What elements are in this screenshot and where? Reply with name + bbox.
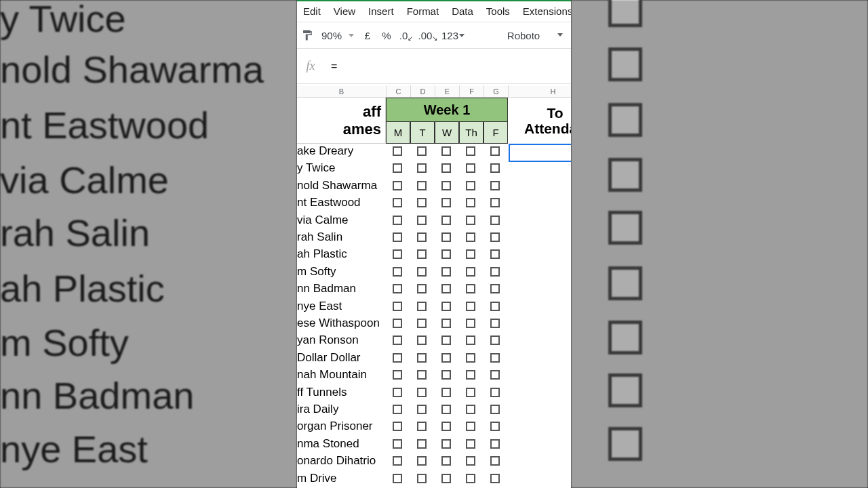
name-cell[interactable]: Dollar Dollar bbox=[297, 351, 385, 365]
checkbox[interactable] bbox=[466, 232, 475, 242]
checkbox[interactable] bbox=[441, 302, 451, 311]
checkbox[interactable] bbox=[441, 249, 451, 259]
zoom-dropdown[interactable]: 90% bbox=[317, 22, 358, 49]
checkbox[interactable] bbox=[417, 439, 427, 449]
checkbox[interactable] bbox=[441, 216, 451, 225]
font-dropdown[interactable]: Roboto bbox=[467, 22, 571, 49]
name-cell[interactable]: ese Withaspoon bbox=[297, 317, 385, 330]
checkbox[interactable] bbox=[441, 439, 451, 449]
checkbox[interactable] bbox=[417, 353, 427, 363]
checkbox[interactable] bbox=[417, 198, 427, 207]
col-header-G[interactable]: G bbox=[484, 85, 509, 98]
name-cell[interactable]: nt Eastwood bbox=[297, 196, 385, 209]
decrease-decimal-button[interactable]: .0↙ bbox=[396, 22, 416, 49]
col-header-F[interactable]: F bbox=[460, 85, 484, 98]
checkbox[interactable] bbox=[490, 302, 500, 311]
checkbox[interactable] bbox=[441, 232, 451, 242]
checkbox[interactable] bbox=[466, 302, 475, 311]
checkbox[interactable] bbox=[490, 198, 500, 207]
name-cell[interactable]: m Drive bbox=[297, 472, 385, 485]
name-cell[interactable]: rah Salin bbox=[297, 230, 385, 244]
checkbox[interactable] bbox=[393, 422, 402, 431]
checkbox[interactable] bbox=[466, 474, 475, 483]
checkbox[interactable] bbox=[490, 370, 500, 380]
col-header-H[interactable]: H bbox=[509, 85, 571, 98]
checkbox[interactable] bbox=[417, 181, 427, 190]
checkbox[interactable] bbox=[417, 163, 427, 173]
checkbox[interactable] bbox=[393, 232, 402, 242]
checkbox[interactable] bbox=[417, 388, 427, 397]
checkbox[interactable] bbox=[441, 163, 451, 173]
checkbox[interactable] bbox=[393, 405, 402, 414]
checkbox[interactable] bbox=[441, 474, 451, 483]
checkbox[interactable] bbox=[393, 267, 402, 277]
checkbox[interactable] bbox=[466, 336, 475, 345]
checkbox[interactable] bbox=[466, 370, 475, 380]
checkbox[interactable] bbox=[441, 336, 451, 345]
checkbox[interactable] bbox=[441, 267, 451, 277]
checkbox[interactable] bbox=[393, 319, 402, 328]
checkbox[interactable] bbox=[417, 146, 427, 156]
checkbox[interactable] bbox=[466, 267, 475, 277]
formula-input[interactable] bbox=[324, 49, 571, 83]
col-header-C[interactable]: C bbox=[387, 85, 411, 98]
checkbox[interactable] bbox=[466, 163, 475, 173]
menu-tools[interactable]: Tools bbox=[480, 3, 517, 20]
checkbox[interactable] bbox=[490, 422, 500, 431]
percent-button[interactable]: % bbox=[377, 22, 396, 49]
checkbox[interactable] bbox=[393, 456, 402, 466]
checkbox[interactable] bbox=[490, 456, 500, 466]
name-cell[interactable]: ff Tunnels bbox=[297, 386, 385, 399]
name-cell[interactable]: nah Mountain bbox=[297, 368, 385, 382]
checkbox[interactable] bbox=[466, 284, 475, 293]
grid-area[interactable]: aff ames Week 1 To Attendan MTWThF ake D… bbox=[297, 98, 571, 488]
name-cell[interactable]: nma Stoned bbox=[297, 437, 385, 451]
checkbox[interactable] bbox=[417, 474, 427, 483]
checkbox[interactable] bbox=[417, 456, 427, 466]
checkbox[interactable] bbox=[417, 336, 427, 345]
checkbox[interactable] bbox=[441, 319, 451, 328]
checkbox[interactable] bbox=[490, 284, 500, 293]
checkbox[interactable] bbox=[417, 422, 427, 431]
checkbox[interactable] bbox=[393, 163, 402, 173]
checkbox[interactable] bbox=[393, 181, 402, 190]
checkbox[interactable] bbox=[441, 198, 451, 207]
menu-data[interactable]: Data bbox=[446, 3, 480, 20]
checkbox[interactable] bbox=[490, 319, 500, 328]
checkbox[interactable] bbox=[393, 388, 402, 397]
checkbox[interactable] bbox=[393, 249, 402, 259]
checkbox[interactable] bbox=[490, 249, 500, 259]
checkbox[interactable] bbox=[441, 181, 451, 190]
name-cell[interactable]: y Twice bbox=[297, 161, 385, 175]
checkbox[interactable] bbox=[441, 353, 451, 363]
paint-format-button[interactable] bbox=[297, 22, 317, 49]
checkbox[interactable] bbox=[393, 216, 402, 225]
checkbox[interactable] bbox=[417, 319, 427, 328]
currency-button[interactable]: £ bbox=[358, 22, 377, 49]
checkbox[interactable] bbox=[393, 284, 402, 293]
checkbox[interactable] bbox=[466, 405, 475, 414]
name-cell[interactable]: ake Dreary bbox=[297, 144, 385, 158]
checkbox[interactable] bbox=[490, 439, 500, 449]
checkbox[interactable] bbox=[441, 405, 451, 414]
checkbox[interactable] bbox=[441, 284, 451, 293]
checkbox[interactable] bbox=[466, 216, 475, 225]
number-format-dropdown[interactable]: 123 bbox=[439, 22, 467, 49]
checkbox[interactable] bbox=[466, 146, 475, 156]
checkbox[interactable] bbox=[393, 474, 402, 483]
checkbox[interactable] bbox=[490, 181, 500, 190]
checkbox[interactable] bbox=[490, 146, 500, 156]
checkbox[interactable] bbox=[417, 249, 427, 259]
name-cell[interactable]: nold Shawarma bbox=[297, 179, 385, 192]
checkbox[interactable] bbox=[417, 370, 427, 380]
checkbox[interactable] bbox=[417, 216, 427, 225]
increase-decimal-button[interactable]: .00↘ bbox=[416, 22, 439, 49]
name-cell[interactable]: m Softy bbox=[297, 265, 385, 279]
menu-extensions[interactable]: Extensions bbox=[517, 3, 571, 20]
checkbox[interactable] bbox=[466, 456, 475, 466]
name-cell[interactable]: yan Ronson bbox=[297, 333, 385, 347]
checkbox[interactable] bbox=[466, 181, 475, 190]
checkbox[interactable] bbox=[466, 353, 475, 363]
checkbox[interactable] bbox=[393, 439, 402, 449]
checkbox[interactable] bbox=[441, 456, 451, 466]
